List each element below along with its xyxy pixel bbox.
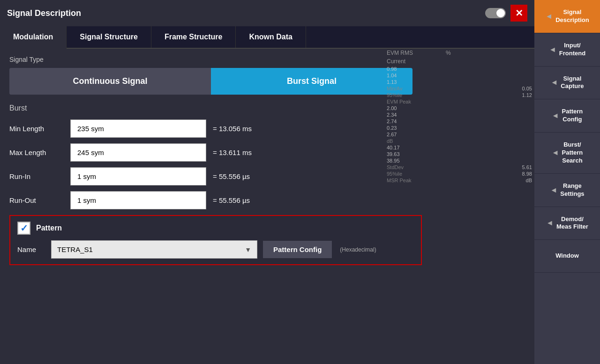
run-in-unit: = 55.556 µs bbox=[213, 172, 250, 180]
arrow-icon-1: ◄ bbox=[549, 45, 556, 54]
toggle-knob bbox=[496, 9, 505, 17]
sidebar-item-window[interactable]: Window bbox=[534, 240, 600, 273]
sidebar-label-7: Window bbox=[555, 252, 579, 260]
sidebar-item-signal-description[interactable]: ◄ SignalDescription bbox=[534, 0, 600, 33]
tab-signal-structure[interactable]: Signal Structure bbox=[67, 26, 151, 48]
sidebar-item-signal-capture[interactable]: ◄ SignalCapture bbox=[534, 67, 600, 100]
max-length-label: Max Length bbox=[9, 149, 70, 156]
tab-modulation[interactable]: Modulation bbox=[0, 26, 67, 49]
arrow-icon-2: ◄ bbox=[551, 78, 558, 87]
sidebar-item-range-settings[interactable]: ◄ RangeSettings bbox=[534, 174, 600, 207]
sidebar-label-2: SignalCapture bbox=[561, 75, 584, 91]
min-length-unit: = 13.056 ms bbox=[213, 125, 252, 133]
arrow-icon-4: ◄ bbox=[552, 149, 559, 157]
checkbox-checkmark: ✓ bbox=[20, 223, 28, 234]
pattern-name-select[interactable]: TETRA_S1 ▼ bbox=[51, 240, 257, 259]
signal-type-label: Signal Type bbox=[9, 56, 525, 63]
run-out-label: Run-Out bbox=[9, 196, 70, 204]
hex-label: (Hexadecimal) bbox=[340, 246, 376, 253]
max-length-row: Max Length 245 sym = 13.611 ms bbox=[9, 143, 525, 162]
pattern-name-value: TETRA_S1 bbox=[57, 245, 93, 253]
burst-section-label: Burst bbox=[9, 102, 525, 112]
pattern-header: ✓ Pattern bbox=[17, 222, 414, 235]
evm-row-7: 2.34 bbox=[384, 111, 534, 118]
min-length-label: Min Length bbox=[9, 125, 70, 133]
sidebar-label-1: Input/Frontend bbox=[559, 42, 585, 58]
arrow-icon-3: ◄ bbox=[552, 111, 559, 120]
close-button[interactable]: ✕ bbox=[510, 5, 527, 22]
sidebar-item-demod-meas-filter[interactable]: ◄ Demod/Meas Filter bbox=[534, 207, 600, 240]
toggle-switch[interactable] bbox=[485, 8, 506, 18]
sidebar-label-3: PatternConfig bbox=[562, 108, 583, 124]
run-out-input[interactable]: 1 sym bbox=[70, 191, 206, 209]
min-length-input[interactable]: 235 sym bbox=[70, 119, 206, 138]
pattern-section: ✓ Pattern Name TETRA_S1 ▼ Pattern Config… bbox=[9, 215, 422, 265]
sidebar-label-5: RangeSettings bbox=[560, 182, 584, 198]
tab-known-data[interactable]: Known Data bbox=[236, 26, 306, 48]
right-sidebar: ◄ SignalDescription ◄ Input/Frontend ◄ S… bbox=[534, 0, 600, 364]
min-length-row: Min Length 235 sym = 13.056 ms bbox=[9, 119, 525, 138]
run-out-unit: = 55.556 µs bbox=[213, 196, 250, 204]
sidebar-label-6: Demod/Meas Filter bbox=[556, 215, 588, 231]
pattern-label: Pattern bbox=[36, 224, 62, 232]
sidebar-item-input-frontend[interactable]: ◄ Input/Frontend bbox=[534, 33, 600, 67]
pattern-name-row: Name TETRA_S1 ▼ Pattern Config (Hexadeci… bbox=[17, 240, 414, 259]
run-in-label: Run-In bbox=[9, 172, 70, 180]
content-area: EVM RMS % Current 0.98 1.04 1.13 Min/Av0… bbox=[0, 49, 534, 364]
title-bar: Signal Description ✕ bbox=[0, 0, 534, 26]
arrow-icon-0: ◄ bbox=[545, 12, 553, 21]
pattern-checkbox[interactable]: ✓ bbox=[17, 222, 30, 235]
sidebar-item-pattern-config[interactable]: ◄ PatternConfig bbox=[534, 99, 600, 133]
pattern-config-button[interactable]: Pattern Config bbox=[263, 241, 332, 258]
sidebar-label-0: SignalDescription bbox=[555, 8, 589, 24]
sidebar-label-4: Burst/PatternSearch bbox=[562, 141, 583, 165]
select-arrow-icon: ▼ bbox=[245, 246, 251, 253]
burst-signal-button[interactable]: Burst Signal bbox=[211, 68, 412, 95]
run-in-input[interactable]: 1 sym bbox=[70, 167, 206, 186]
title-controls: ✕ bbox=[485, 5, 527, 22]
run-in-row: Run-In 1 sym = 55.556 µs bbox=[9, 167, 525, 186]
sidebar-item-burst-pattern-search[interactable]: ◄ Burst/PatternSearch bbox=[534, 133, 600, 174]
signal-type-buttons: Continuous Signal Burst Signal bbox=[9, 68, 412, 95]
signal-description-dialog: Signal Description ✕ Modulation Signal S… bbox=[0, 0, 534, 364]
tab-frame-structure[interactable]: Frame Structure bbox=[151, 26, 236, 48]
arrow-icon-5: ◄ bbox=[550, 186, 557, 194]
run-out-row: Run-Out 1 sym = 55.556 µs bbox=[9, 191, 525, 209]
max-length-unit: = 13.611 ms bbox=[213, 149, 252, 156]
name-field-label: Name bbox=[17, 245, 45, 253]
arrow-icon-6: ◄ bbox=[546, 219, 554, 227]
max-length-input[interactable]: 245 sym bbox=[70, 143, 206, 162]
tab-bar: Modulation Signal Structure Frame Struct… bbox=[0, 26, 534, 49]
continuous-signal-button[interactable]: Continuous Signal bbox=[9, 68, 211, 95]
dialog-title: Signal Description bbox=[7, 8, 81, 18]
